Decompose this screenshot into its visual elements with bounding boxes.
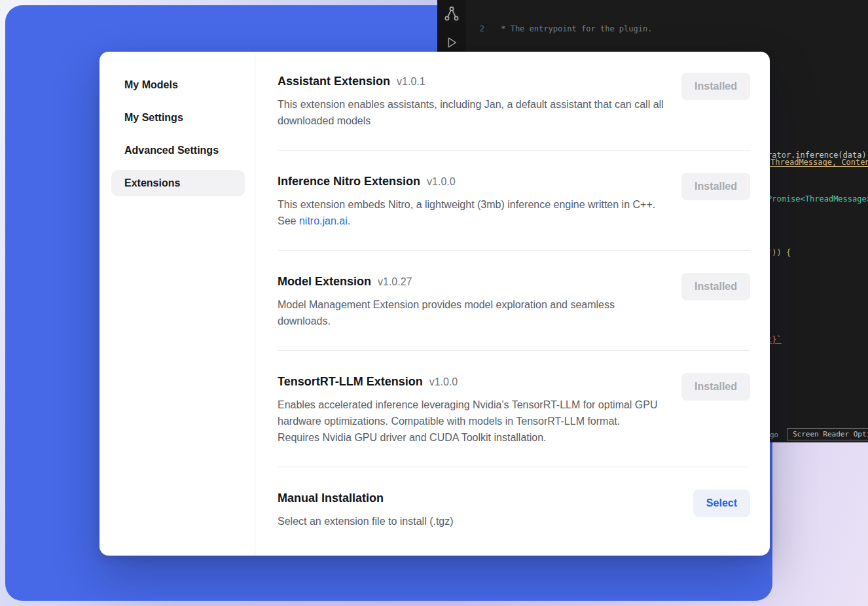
divider (278, 250, 750, 251)
extension-name: Inference Nitro Extension (278, 173, 420, 190)
sidebar-item-my-settings[interactable]: My Settings (111, 105, 245, 131)
extension-version: v1.0.1 (397, 76, 425, 88)
divider (278, 467, 750, 467)
extension-row-model: Model Extension v1.0.27 Model Management… (278, 273, 750, 329)
sidebar-item-extensions[interactable]: Extensions (111, 170, 245, 196)
manual-description-text: Select an extension file to install (.tg… (278, 516, 454, 527)
extension-description-text: Enables accelerated inference leveraging… (278, 399, 658, 443)
page-background: 2 * The entrypoint for the plugin. 3 */ … (0, 0, 868, 606)
code-line: 2 * The entrypoint for the plugin. (466, 24, 868, 35)
code-fragment: rator.inference(data)); (767, 151, 868, 160)
extension-description: Model Management Extension provides mode… (278, 296, 664, 329)
installed-button[interactable]: Installed (681, 373, 750, 401)
extension-name: Model Extension (278, 273, 371, 290)
extension-description: This extension enables assistants, inclu… (278, 96, 664, 129)
extension-version: v1.0.0 (427, 176, 456, 188)
divider (278, 150, 750, 151)
extensions-panel: Assistant Extension v1.0.1 This extensio… (255, 52, 770, 556)
extension-info: Manual Installation Select an extension … (278, 490, 454, 529)
statusbar-text: go (770, 431, 778, 439)
settings-modal: My Models My Settings Advanced Settings … (99, 52, 770, 556)
manual-installation-title: Manual Installation (278, 490, 384, 507)
divider (278, 350, 750, 351)
extension-info: TensortRT-LLM Extension v1.0.0 Enables a… (278, 373, 664, 446)
code-fragment: ')) { (767, 248, 791, 257)
extension-name: TensortRT-LLM Extension (278, 373, 423, 390)
select-file-button[interactable]: Select (693, 490, 750, 517)
extension-version: v1.0.27 (378, 276, 412, 288)
extension-name: Assistant Extension (278, 73, 390, 90)
extension-title-line: Manual Installation (278, 490, 454, 507)
manual-installation-row: Manual Installation Select an extension … (278, 490, 750, 529)
code-fragment: Promise<ThreadMessage> (767, 194, 868, 204)
extension-description-text: This extension enables assistants, inclu… (278, 99, 664, 126)
extension-title-line: Assistant Extension v1.0.1 (278, 73, 664, 90)
run-icon (444, 35, 459, 50)
extension-title-line: TensortRT-LLM Extension v1.0.0 (278, 373, 664, 390)
extension-row-tensorrt: TensortRT-LLM Extension v1.0.0 Enables a… (278, 373, 750, 446)
extension-row-nitro: Inference Nitro Extension v1.0.0 This ex… (278, 173, 750, 229)
sidebar-item-my-models[interactable]: My Models (111, 72, 245, 98)
installed-button[interactable]: Installed (681, 273, 750, 300)
extension-description: Enables accelerated inference leveraging… (278, 397, 664, 446)
manual-installation-description: Select an extension file to install (.tg… (278, 513, 454, 529)
extension-row-assistant: Assistant Extension v1.0.1 This extensio… (278, 73, 750, 129)
installed-button[interactable]: Installed (681, 173, 750, 200)
extension-info: Inference Nitro Extension v1.0.0 This ex… (278, 173, 664, 229)
share-graph-icon (443, 5, 460, 22)
line-number: 2 (466, 24, 484, 35)
extension-title-line: Model Extension v1.0.27 (278, 273, 664, 290)
extension-description-text: Model Management Extension provides mode… (278, 299, 615, 327)
extension-title-line: Inference Nitro Extension v1.0.0 (278, 173, 664, 190)
installed-button[interactable]: Installed (681, 73, 750, 100)
extension-info: Model Extension v1.0.27 Model Management… (278, 273, 664, 329)
extension-version: v1.0.0 (429, 376, 458, 388)
extension-description: This extension embeds Nitro, a lightweig… (278, 196, 664, 229)
sidebar-item-advanced-settings[interactable]: Advanced Settings (111, 137, 245, 164)
screen-reader-badge: Screen Reader Optimized (787, 428, 868, 440)
extension-info: Assistant Extension v1.0.1 This extensio… (278, 73, 664, 129)
nitro-jan-ai-link[interactable]: nitro.jan.ai. (299, 215, 350, 226)
settings-sidebar: My Models My Settings Advanced Settings … (99, 52, 255, 556)
code-text: * The entrypoint for the plugin. (496, 24, 652, 35)
